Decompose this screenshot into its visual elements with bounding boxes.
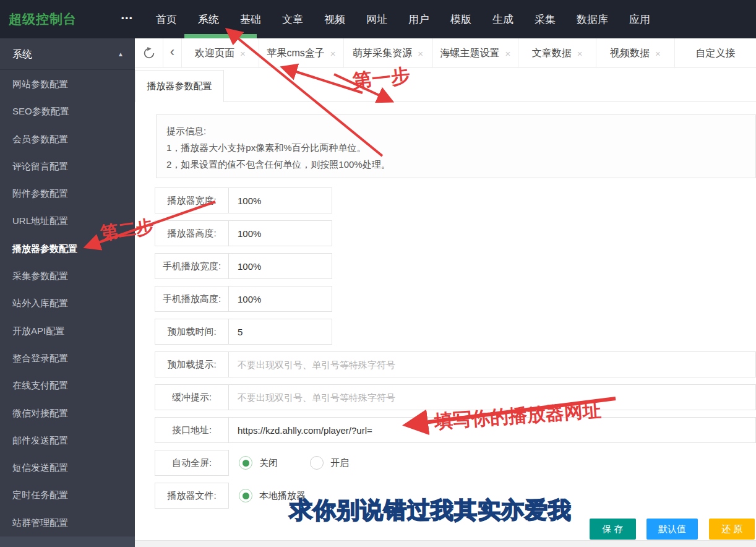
field-label: 自动全屏:: [155, 450, 229, 476]
admin-console-page: 超级控制台 ••• 首页 系统 基础 文章 视频 网址 用户 模版 生成 采集 …: [0, 0, 756, 547]
sidebar-item-member-params[interactable]: 会员参数配置: [0, 126, 135, 153]
player-file-radio-group: 本地播放器: [239, 483, 306, 509]
nav-item-basic[interactable]: 基础: [240, 12, 261, 27]
field-label: 接口地址:: [155, 417, 229, 443]
restore-button[interactable]: 还 原: [709, 519, 755, 540]
field-label: 播放器文件:: [155, 483, 229, 509]
nav-item-collect[interactable]: 采集: [535, 12, 556, 27]
more-menu-icon[interactable]: •••: [121, 0, 134, 37]
active-tab-indicator: [184, 34, 257, 38]
form-row-preload-time: 预加载时间:: [155, 319, 756, 345]
refresh-button[interactable]: [135, 38, 163, 68]
hint-line-1: 1，播放器大小支持px像素和%百分比两种单位。: [166, 139, 755, 156]
sidebar-item-player-params[interactable]: 播放器参数配置: [0, 235, 135, 262]
preload-tip-input[interactable]: [228, 351, 756, 377]
tab-player-params[interactable]: 播放器参数配置: [135, 70, 224, 102]
tab-applecms-box[interactable]: 苹果cms盒子 ×: [259, 38, 344, 68]
default-values-button[interactable]: 默认值: [646, 519, 698, 540]
sidebar-item-cron-config[interactable]: 定时任务配置: [0, 481, 135, 509]
form-row-player-height: 播放器高度:: [155, 220, 756, 246]
sidebar-item-sitegroup-config[interactable]: 站群管理配置: [0, 509, 135, 536]
sidebar-item-offsite-storage[interactable]: 站外入库配置: [0, 290, 135, 317]
close-icon[interactable]: ×: [505, 48, 511, 59]
nav-item-user[interactable]: 用户: [408, 12, 429, 27]
field-label: 预加载时间:: [155, 319, 229, 345]
sidebar-item-attachment-params[interactable]: 附件参数配置: [0, 180, 135, 207]
field-label: 播放器高度:: [155, 220, 229, 246]
sidebar-item-open-api[interactable]: 开放API配置: [0, 317, 135, 345]
radio-option-local-player[interactable]: 本地播放器: [239, 489, 306, 502]
tab-scroll-left-button[interactable]: ‹: [163, 38, 182, 68]
sidebar-item-site-params[interactable]: 网站参数配置: [0, 71, 135, 98]
sidebar: 系统 ▲ 网站参数配置 SEO参数配置 会员参数配置 评论留言配置 附件参数配置…: [0, 38, 135, 547]
form-row-buffer-tip: 缓冲提示:: [155, 384, 756, 410]
top-menu: 首页 系统 基础 文章 视频 网址 用户 模版 生成 采集 数据库 应用: [156, 0, 650, 38]
nav-item-generate[interactable]: 生成: [492, 12, 513, 27]
tab-video-data[interactable]: 视频数据 ×: [596, 38, 675, 68]
sidebar-section-system[interactable]: 系统 ▲: [0, 38, 135, 70]
form-row-mobile-width: 手机播放宽度:: [155, 253, 756, 279]
player-config-form: 播放器宽度: 播放器高度: 手机播放宽度: 手机播放高度: 预加载时间: 预加载…: [155, 187, 756, 515]
sidebar-item-seo-params[interactable]: SEO参数配置: [0, 98, 135, 125]
close-icon[interactable]: ×: [240, 48, 246, 59]
field-label: 手机播放宽度:: [155, 253, 229, 279]
nav-item-system[interactable]: 系统: [198, 12, 219, 27]
sidebar-item-collect-params[interactable]: 采集参数配置: [0, 262, 135, 290]
app-logo: 超级控制台: [9, 0, 77, 38]
field-label: 播放器宽度:: [155, 187, 229, 213]
buffer-tip-input[interactable]: [228, 384, 756, 410]
nav-item-home[interactable]: 首页: [156, 12, 177, 27]
sidebar-footer-strip: [0, 536, 135, 547]
nav-item-url[interactable]: 网址: [366, 12, 387, 27]
form-row-api-url: 接口地址:: [155, 417, 756, 443]
radio-option-on[interactable]: 开启: [310, 456, 349, 470]
sidebar-item-url-config[interactable]: URL地址配置: [0, 207, 135, 235]
top-navbar: 超级控制台 ••• 首页 系统 基础 文章 视频 网址 用户 模版 生成 采集 …: [0, 0, 756, 38]
tab-welcome[interactable]: 欢迎页面 ×: [182, 38, 259, 68]
nav-item-article[interactable]: 文章: [282, 12, 303, 27]
sidebar-item-comment-config[interactable]: 评论留言配置: [0, 153, 135, 180]
tab-baseline-divider: [135, 101, 756, 102]
player-height-input[interactable]: [228, 220, 332, 246]
radio-checked-icon: [239, 456, 252, 470]
mobile-width-input[interactable]: [228, 253, 332, 279]
player-width-input[interactable]: [228, 187, 332, 213]
close-icon[interactable]: ×: [418, 48, 423, 59]
form-row-preload-tip: 预加载提示:: [155, 351, 756, 377]
form-row-auto-fullscreen: 自动全屏: 关闭 开启: [155, 450, 756, 476]
hint-box: 提示信息: 1，播放器大小支持px像素和%百分比两种单位。 2，如果设置的值不包…: [156, 114, 756, 178]
caret-up-icon: ▲: [118, 38, 124, 70]
open-tabs-bar: ‹ 欢迎页面 × 苹果cms盒子 × 萌芽采集资源 × 海螺主题设置 × 文章数…: [135, 38, 756, 68]
form-row-mobile-height: 手机播放高度:: [155, 286, 756, 312]
nav-item-app[interactable]: 应用: [629, 12, 650, 27]
form-row-player-width: 播放器宽度:: [155, 187, 756, 213]
sidebar-item-email-config[interactable]: 邮件发送配置: [0, 427, 135, 454]
field-label: 预加载提示:: [155, 351, 229, 377]
close-icon[interactable]: ×: [577, 48, 583, 59]
nav-item-video[interactable]: 视频: [324, 12, 345, 27]
sidebar-item-login-integration[interactable]: 整合登录配置: [0, 345, 135, 372]
nav-item-database[interactable]: 数据库: [577, 12, 608, 27]
radio-checked-icon: [239, 489, 252, 502]
radio-unchecked-icon: [310, 456, 324, 470]
tab-custom-api[interactable]: 自定义接: [675, 38, 756, 68]
tab-mengya-resource[interactable]: 萌芽采集资源 ×: [344, 38, 433, 68]
tab-article-data[interactable]: 文章数据 ×: [518, 38, 596, 68]
sidebar-item-wechat-config[interactable]: 微信对接配置: [0, 400, 135, 427]
content-footer-bar: [135, 540, 756, 547]
preload-time-input[interactable]: [228, 319, 332, 345]
tab-hailuo-theme[interactable]: 海螺主题设置 ×: [433, 38, 519, 68]
close-icon[interactable]: ×: [655, 48, 661, 59]
sidebar-item-sms-config[interactable]: 短信发送配置: [0, 454, 135, 481]
sidebar-item-online-payment[interactable]: 在线支付配置: [0, 372, 135, 399]
field-label: 缓冲提示:: [155, 384, 229, 410]
radio-option-off[interactable]: 关闭: [239, 456, 278, 470]
form-row-player-file: 播放器文件: 本地播放器: [155, 483, 756, 509]
api-url-input[interactable]: [228, 417, 756, 443]
hint-title: 提示信息:: [166, 123, 755, 139]
content-tab-row: 播放器参数配置: [135, 68, 756, 102]
nav-item-template[interactable]: 模版: [450, 12, 471, 27]
close-icon[interactable]: ×: [330, 48, 336, 59]
mobile-height-input[interactable]: [228, 286, 332, 312]
save-button[interactable]: 保 存: [590, 519, 636, 540]
